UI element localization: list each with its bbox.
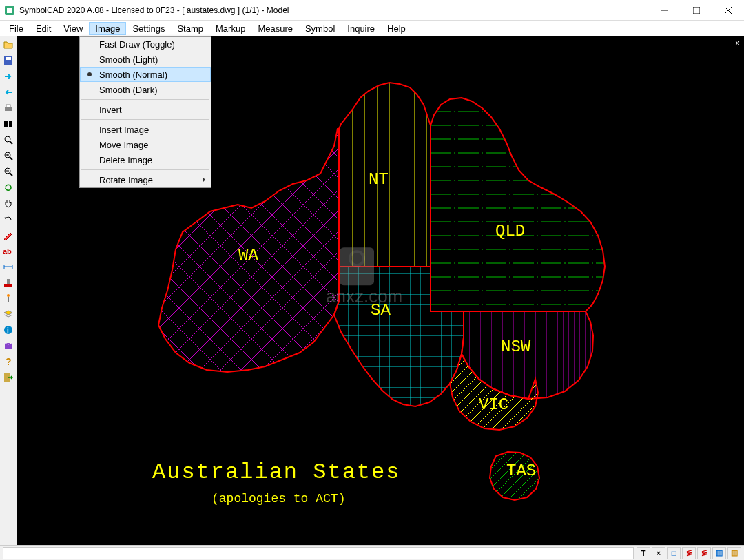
label-qld: QLD: [495, 222, 525, 240]
menu-edit[interactable]: Edit: [30, 22, 57, 35]
drawing-subtitle: (apologies to ACT): [211, 492, 345, 506]
status-icon-close[interactable]: ×: [652, 547, 665, 559]
menu-measure[interactable]: Measure: [251, 22, 299, 35]
stamp-icon[interactable]: [1, 275, 16, 290]
menu-inquire[interactable]: Inquire: [341, 22, 381, 35]
svg-rect-7: [6, 57, 11, 60]
svg-point-12: [5, 136, 10, 142]
help-icon[interactable]: ?: [1, 354, 16, 369]
menu-bar: File Edit View Image Settings Stamp Mark…: [0, 21, 744, 36]
svg-point-27: [7, 294, 10, 297]
zoom-in-icon[interactable]: [1, 148, 16, 163]
menu-smooth-dark[interactable]: Smooth (Dark): [80, 82, 211, 97]
status-icon-red2[interactable]: ≶: [697, 547, 711, 559]
app-icon: [4, 5, 15, 16]
menu-stamp[interactable]: Stamp: [171, 22, 209, 35]
status-bar: T × □ ≶ ≶ ▥ ▥: [0, 545, 744, 560]
save-icon[interactable]: [1, 53, 16, 68]
print-icon[interactable]: [1, 101, 16, 116]
menu-view[interactable]: View: [57, 22, 89, 35]
svg-text:ab: ab: [3, 247, 12, 256]
close-button[interactable]: [712, 0, 744, 21]
info-icon[interactable]: i: [1, 322, 16, 338]
svg-rect-11: [9, 121, 12, 127]
menu-separator: [81, 99, 209, 100]
arrow-right-icon[interactable]: [1, 69, 16, 84]
submenu-arrow-icon: [203, 177, 205, 183]
svg-rect-9: [6, 105, 10, 107]
undo-icon[interactable]: [1, 211, 16, 227]
headers-icon[interactable]: [1, 116, 16, 132]
svg-text:i: i: [7, 326, 9, 334]
svg-line-17: [10, 157, 12, 160]
zoom-icon[interactable]: [1, 132, 16, 147]
menu-move-image[interactable]: Move Image: [80, 137, 211, 152]
label-vic: VIC: [479, 395, 508, 414]
menu-file[interactable]: File: [3, 22, 30, 35]
status-icon-layout2[interactable]: ▥: [727, 547, 741, 559]
label-nt: NT: [369, 170, 389, 189]
svg-text:?: ?: [6, 356, 12, 367]
menu-delete-image[interactable]: Delete Image: [80, 152, 211, 167]
menu-symbol[interactable]: Symbol: [299, 22, 341, 35]
menu-image[interactable]: Image: [89, 22, 126, 35]
menu-invert[interactable]: Invert: [80, 102, 211, 117]
left-toolbar: ab i ?: [0, 36, 17, 545]
dimension-icon[interactable]: [1, 259, 16, 274]
pencil-icon[interactable]: [1, 227, 16, 242]
menu-fast-draw[interactable]: Fast Draw (Toggle): [80, 37, 211, 52]
book-icon[interactable]: [1, 338, 16, 353]
menu-help[interactable]: Help: [381, 22, 412, 35]
menu-rotate-image[interactable]: Rotate Image: [80, 172, 211, 187]
label-nsw: NSW: [501, 338, 530, 356]
bullet-icon: [87, 72, 92, 76]
exit-icon[interactable]: [1, 370, 16, 385]
svg-rect-1: [7, 8, 12, 13]
refresh-icon[interactable]: [1, 180, 16, 195]
title-bar: SymbolCAD 2020 A.08 - Licensed to 0F23 -…: [0, 0, 744, 21]
svg-rect-10: [4, 121, 8, 127]
image-menu-dropdown: Fast Draw (Toggle) Smooth (Light) Smooth…: [79, 36, 211, 188]
status-text: [3, 547, 634, 559]
label-wa: WA: [238, 246, 258, 265]
menu-separator: [81, 169, 209, 170]
layers-icon[interactable]: [1, 307, 16, 322]
minimize-button[interactable]: [649, 0, 681, 21]
menu-settings[interactable]: Settings: [126, 22, 171, 35]
svg-line-13: [10, 141, 12, 144]
label-sa: SA: [371, 301, 391, 320]
pan-icon[interactable]: [1, 196, 16, 211]
arrow-left-icon[interactable]: [1, 85, 16, 100]
svg-rect-26: [7, 279, 10, 284]
menu-insert-image[interactable]: Insert Image: [80, 122, 211, 137]
text-icon[interactable]: ab: [1, 243, 16, 258]
label-tas: TAS: [506, 462, 536, 480]
status-icon-red1[interactable]: ≶: [682, 547, 696, 559]
status-icon-text[interactable]: T: [637, 547, 650, 559]
window-title: SymbolCAD 2020 A.08 - Licensed to 0F23 -…: [19, 6, 649, 15]
status-icon-window[interactable]: □: [667, 547, 681, 559]
menu-smooth-light[interactable]: Smooth (Light): [80, 52, 211, 67]
maximize-button[interactable]: [681, 0, 712, 21]
status-icon-layout1[interactable]: ▥: [712, 547, 726, 559]
menu-smooth-normal[interactable]: Smooth (Normal): [80, 67, 211, 82]
svg-line-20: [10, 173, 12, 176]
open-icon[interactable]: [1, 37, 16, 52]
menu-separator: [81, 119, 209, 120]
svg-rect-3: [693, 7, 700, 14]
menu-markup[interactable]: Markup: [209, 22, 251, 35]
drawing-title: Australian States: [152, 459, 400, 485]
zoom-out-icon[interactable]: [1, 164, 16, 179]
snap-icon[interactable]: [1, 291, 16, 306]
